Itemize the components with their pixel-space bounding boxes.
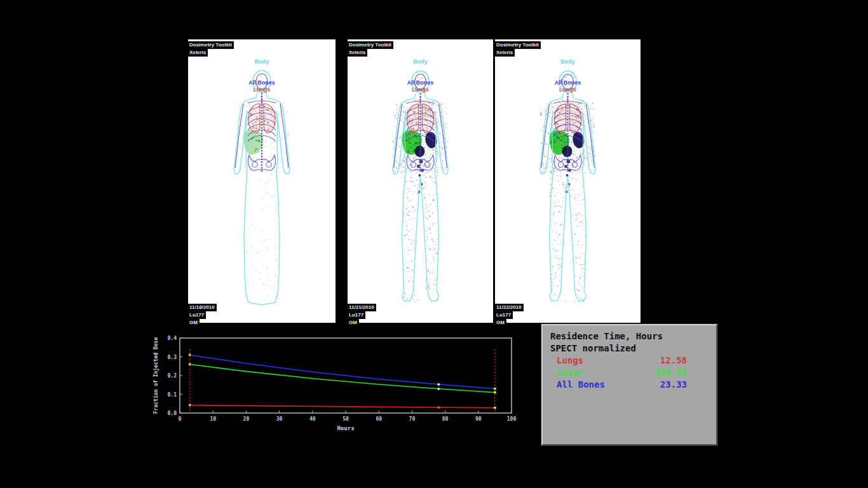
svg-text:0.0: 0.0	[168, 410, 177, 416]
viewport-header: Dosimetry Toolkit Xeleris	[188, 41, 234, 57]
svg-text:20: 20	[243, 416, 250, 422]
scan-viewport-3[interactable]: Dosimetry Toolkit Xeleris Body All Bones…	[495, 39, 641, 323]
lungs-contour-label: Lungs	[348, 86, 493, 93]
organ-name: Lungs	[557, 355, 583, 367]
mode-label: GM	[188, 319, 200, 327]
svg-text:10: 10	[210, 416, 216, 422]
workstation-label: Xeleris	[495, 49, 515, 57]
lungs-contour-label: Lungs	[495, 86, 641, 93]
residence-row-lungs: Lungs 12.58	[550, 355, 709, 367]
svg-text:Fraction of Injected Dose: Fraction of Injected Dose	[153, 337, 159, 414]
residence-panel-subtitle: SPECT normalized	[550, 342, 709, 355]
time-activity-plot[interactable]: 0.00.10.20.30.40102030405060708090100Fra…	[151, 330, 523, 442]
scan-date-label: 11/18/2010	[188, 304, 217, 311]
residence-time-panel: Residence Time, Hours SPECT normalized L…	[541, 324, 717, 445]
bones-contour-label: All Bones	[188, 79, 336, 86]
scan-date-label: 11/21/2010	[348, 304, 376, 311]
residence-row-liver: Liver 320.58	[550, 367, 709, 379]
svg-text:0.1: 0.1	[168, 392, 177, 398]
bones-contour-label: All Bones	[495, 79, 641, 86]
body-contour-label: Body	[348, 58, 493, 65]
svg-text:0.2: 0.2	[168, 373, 177, 379]
viewport-footer: 11/22/2010 Lu177 GM	[495, 304, 524, 327]
viewport-header: Dosimetry Toolkit Xeleris	[495, 41, 541, 57]
viewport-footer: 11/18/2010 Lu177 GM	[188, 304, 217, 327]
svg-text:30: 30	[276, 416, 283, 422]
organ-name: Liver	[557, 367, 583, 379]
svg-text:90: 90	[475, 416, 482, 422]
body-contour-label: Body	[495, 58, 641, 65]
residence-panel-title: Residence Time, Hours	[550, 330, 709, 342]
lungs-contour-label: Lungs	[188, 86, 336, 93]
residence-row-all-bones: All Bones 23.33	[550, 379, 709, 391]
residence-value: 12.58	[660, 355, 687, 367]
svg-text:50: 50	[342, 416, 349, 422]
svg-text:40: 40	[309, 416, 316, 422]
svg-text:0.3: 0.3	[168, 355, 177, 360]
viewport-footer: 11/21/2010 Lu177 GM	[348, 304, 376, 327]
isotope-label: Lu177	[495, 311, 513, 319]
time-activity-chart[interactable]: 0.00.10.20.30.40102030405060708090100Fra…	[151, 330, 523, 442]
svg-text:60: 60	[376, 416, 382, 422]
isotope-label: Lu177	[188, 311, 206, 319]
workstation-label: Xeleris	[348, 49, 367, 57]
organ-name: All Bones	[557, 379, 605, 391]
app-title-label: Dosimetry Toolkit	[188, 41, 234, 49]
isotope-label: Lu177	[348, 311, 365, 319]
residence-value: 23.33	[660, 379, 687, 391]
scan-viewport-1[interactable]: Dosimetry Toolkit Xeleris Body All Bones…	[188, 39, 336, 323]
app-title-label: Dosimetry Toolkit	[348, 41, 393, 49]
mode-label: GM	[495, 319, 506, 327]
bones-contour-label: All Bones	[348, 79, 493, 86]
scan-viewport-2[interactable]: Dosimetry Toolkit Xeleris Body All Bones…	[348, 39, 493, 323]
svg-text:80: 80	[442, 416, 449, 422]
svg-text:70: 70	[409, 416, 416, 422]
svg-text:0: 0	[179, 416, 182, 422]
residence-value: 320.58	[654, 367, 687, 379]
svg-text:100: 100	[507, 416, 517, 422]
workstation-label: Xeleris	[188, 49, 208, 57]
svg-text:Hours: Hours	[337, 425, 354, 431]
app-title-label: Dosimetry Toolkit	[495, 41, 541, 49]
viewport-header: Dosimetry Toolkit Xeleris	[348, 41, 393, 57]
mode-label: GM	[348, 319, 359, 327]
dosimetry-workstation-screen: Dosimetry Toolkit Xeleris Body All Bones…	[0, 0, 868, 488]
scan-date-label: 11/22/2010	[495, 304, 524, 311]
body-contour-label: Body	[188, 58, 336, 65]
svg-text:0.4: 0.4	[168, 336, 177, 341]
